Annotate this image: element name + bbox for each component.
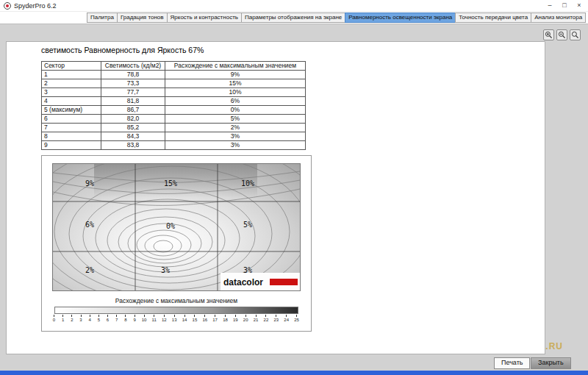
scale-tick: 13 <box>172 315 177 322</box>
scale-ticks: 0123456789101112131415161718192021222324… <box>52 315 299 322</box>
scale-tick: 12 <box>162 315 167 322</box>
table-cell: 2% <box>165 124 306 132</box>
table-cell: 2 <box>42 79 101 88</box>
scale-tick: 18 <box>223 315 228 322</box>
scale-tick: 23 <box>273 315 279 322</box>
table-cell: 7 <box>42 124 101 132</box>
scale-tick: 4 <box>88 315 92 322</box>
scale-tick: 2 <box>70 315 74 322</box>
scale-tick: 9 <box>133 315 137 322</box>
scale-tick: 14 <box>182 315 187 322</box>
tab-7[interactable]: Анализ монитора <box>531 12 586 23</box>
scale-tick: 8 <box>123 315 127 322</box>
tab-2[interactable]: Градация тонов <box>117 12 168 23</box>
table-cell: 84,3 <box>101 132 165 141</box>
zoom-reset-button[interactable] <box>570 29 581 40</box>
table-cell: 82,0 <box>101 115 165 124</box>
scale-tick: 6 <box>106 315 110 322</box>
table-row: 785,22% <box>42 124 306 132</box>
window-controls: – □ × <box>542 0 587 11</box>
table-cell: 8 <box>42 132 101 141</box>
sector-deviation-label: 9% <box>85 179 94 188</box>
report-panel: светимость Равномерность для Яркость 67%… <box>6 41 545 354</box>
scale-tick: 1 <box>61 315 65 322</box>
sector-deviation-label: 5% <box>243 221 252 229</box>
scale-gradient-bar <box>54 307 298 314</box>
workspace: светимость Равномерность для Яркость 67%… <box>0 24 588 371</box>
table-row: 178,89% <box>42 71 306 79</box>
scale-tick: 16 <box>202 315 207 322</box>
zoom-out-icon <box>558 31 566 39</box>
zoom-in-button[interactable] <box>543 29 554 40</box>
scale-tick: 5 <box>97 315 101 322</box>
zoom-toolbar <box>543 29 581 40</box>
table-cell: 1 <box>42 71 101 79</box>
zoom-out-button[interactable] <box>556 29 567 40</box>
tab-6[interactable]: Точность передачи цвета <box>455 12 531 23</box>
table-cell: 83,8 <box>101 141 165 150</box>
sector-deviation-label: 3% <box>161 266 170 274</box>
scale-tick: 15 <box>193 315 198 322</box>
datacolor-logo-red-bar <box>270 279 298 285</box>
sector-deviation-label: 2% <box>85 266 94 274</box>
window-title: SpyderPro 6.2 <box>14 2 57 10</box>
tab-3[interactable]: Яркость и контрастность <box>167 12 242 23</box>
maximize-button[interactable]: □ <box>557 0 572 11</box>
scale-tick: 11 <box>152 315 157 322</box>
table-row: 273,315% <box>42 79 306 88</box>
scale-tick: 20 <box>243 315 248 322</box>
sector-deviation-label: 15% <box>164 179 177 188</box>
scale-tick: 22 <box>264 315 269 322</box>
sector-deviation-label: 6% <box>85 221 94 229</box>
table-cell: 15% <box>165 79 306 88</box>
uniformity-table-head: СекторСветимость (кд/м2)Расхождение с ма… <box>42 62 306 71</box>
datacolor-logo-text: datacolor <box>223 277 263 288</box>
column-header: Сектор <box>42 62 101 71</box>
tab-4[interactable]: Параметры отображения на экране <box>241 12 345 23</box>
scale-tick: 10 <box>142 315 147 322</box>
uniformity-table-body: 178,89%273,315%377,710%481,86%5 (максиму… <box>42 71 306 150</box>
table-row: 377,710% <box>42 88 306 97</box>
uniformity-table: СекторСветимость (кд/м2)Расхождение с ма… <box>41 61 306 150</box>
table-cell: 3% <box>165 132 306 141</box>
sector-deviation-label: 10% <box>241 179 254 188</box>
contour-plot: 9% 15% 10% 6% 0% 5% 2% 3% 3% datacolor <box>52 163 301 291</box>
table-cell: 3 <box>42 88 101 97</box>
table-row: 884,33% <box>42 132 306 141</box>
title-bar: SpyderPro 6.2 – □ × <box>0 0 588 12</box>
taskbar-strip <box>0 371 588 375</box>
watermark: .RU <box>545 341 563 351</box>
app-icon <box>4 2 11 10</box>
scale-tick: 0 <box>52 315 56 322</box>
close-dialog-button[interactable]: Закрыть <box>531 357 571 369</box>
column-header: Светимость (кд/м2) <box>101 62 165 71</box>
minimize-button[interactable]: – <box>542 0 557 11</box>
tab-1[interactable]: Палитра <box>87 12 118 23</box>
table-cell: 78,8 <box>101 71 165 79</box>
table-cell: 9% <box>165 71 306 79</box>
table-cell: 6% <box>165 97 306 106</box>
table-cell: 85,2 <box>101 124 165 132</box>
tab-5[interactable]: Равномерность освещенности экрана <box>345 12 456 23</box>
table-cell: 73,3 <box>101 79 165 88</box>
table-cell: 5% <box>165 115 306 124</box>
table-cell: 4 <box>42 97 101 106</box>
table-row: 481,86% <box>42 97 306 106</box>
table-cell: 86,7 <box>101 106 165 115</box>
table-cell: 5 (максимум) <box>42 106 101 115</box>
uniformity-chart-box: 9% 15% 10% 6% 0% 5% 2% 3% 3% datacolor <box>41 155 312 332</box>
zoom-in-icon <box>545 31 553 39</box>
scale-tick: 24 <box>284 315 289 322</box>
column-header: Расхождение с максимальным значением <box>165 62 306 71</box>
table-row: 682,05% <box>42 115 306 124</box>
page-title: светимость Равномерность для Яркость 67% <box>41 46 204 54</box>
uniformity-contour-svg: 9% 15% 10% 6% 0% 5% 2% 3% 3% datacolor <box>53 164 300 290</box>
print-button[interactable]: Печать <box>494 357 530 369</box>
close-button[interactable]: × <box>572 0 587 11</box>
table-row: 983,83% <box>42 141 306 150</box>
scale-label: Расхождение с максимальным значением <box>42 297 311 304</box>
table-cell: 77,7 <box>101 88 165 97</box>
sector-deviation-label: 0% <box>166 222 175 230</box>
scale-tick: 21 <box>254 315 259 322</box>
table-cell: 6 <box>42 115 101 124</box>
